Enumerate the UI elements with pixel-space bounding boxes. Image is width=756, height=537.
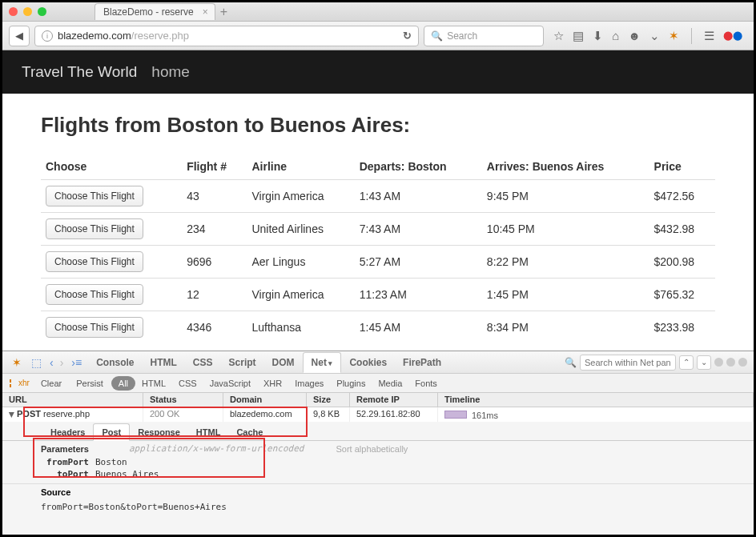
choose-flight-button[interactable]: Choose This Flight — [46, 186, 143, 206]
col-domain[interactable]: Domain — [223, 393, 307, 407]
col-status[interactable]: Status — [143, 393, 223, 407]
tab-close-icon[interactable]: × — [203, 6, 208, 18]
face-icon[interactable]: ☻ — [628, 29, 641, 42]
cell-departs: 7:43 AM — [355, 213, 482, 246]
devtools-tab-firepath[interactable]: FirePath — [395, 353, 449, 372]
expand-icon[interactable]: ▶ — [8, 412, 16, 418]
param-value: Buenos Aires — [95, 469, 159, 479]
clear-button[interactable]: Clear — [34, 376, 68, 391]
source-value: fromPort=Boston&toPort=Buenos+Aires — [2, 500, 754, 514]
reload-icon[interactable]: ↻ — [403, 30, 412, 42]
devtools-tab-css[interactable]: CSS — [185, 353, 221, 372]
cell-arrives: 10:45 PM — [482, 213, 649, 246]
table-row: Choose This Flight 43 Virgin America 1:4… — [41, 180, 715, 213]
console-toggle-icon[interactable]: ›≡ — [68, 356, 85, 369]
cell-arrives: 8:34 PM — [482, 311, 649, 344]
search-prev-button[interactable]: ⌃ — [679, 355, 694, 370]
cell-departs: 1:45 AM — [355, 311, 482, 344]
inspector-icon[interactable]: ⬚ — [28, 356, 45, 369]
filter-all[interactable]: All — [111, 376, 135, 391]
browser-toolbar: ◀ i blazedemo.com/reserve.php ↻ 🔍 Search… — [2, 22, 754, 50]
detail-tab-response[interactable]: Response — [130, 424, 188, 440]
col-ip[interactable]: Remote IP — [350, 393, 438, 407]
filter-css[interactable]: CSS — [172, 376, 203, 391]
choose-flight-button[interactable]: Choose This Flight — [46, 284, 143, 305]
flights-table: Choose Flight # Airline Departs: Boston … — [41, 154, 715, 343]
filter-media[interactable]: Media — [372, 376, 408, 391]
panel-opt-icon[interactable] — [726, 358, 735, 367]
devtools-tab-html[interactable]: HTML — [143, 353, 185, 372]
filter-html[interactable]: HTML — [135, 376, 172, 391]
new-tab-button[interactable]: + — [220, 5, 227, 19]
search-bar[interactable]: 🔍 Search — [424, 26, 544, 46]
traffic-lights — [9, 7, 46, 16]
downloads-icon[interactable]: ⬇ — [593, 29, 603, 43]
col-size[interactable]: Size — [307, 393, 350, 407]
back-button[interactable]: ◀ — [9, 26, 30, 46]
mime-type: application/x-www-form-urlencoded — [129, 443, 304, 454]
choose-flight-button[interactable]: Choose This Flight — [46, 218, 143, 239]
cell-departs: 1:43 AM — [355, 180, 482, 213]
request-file: reserve.php — [43, 409, 90, 419]
cell-flight: 9696 — [182, 246, 247, 279]
browser-tab[interactable]: BlazeDemo - reserve × — [94, 3, 215, 20]
minimize-dot[interactable] — [23, 7, 32, 16]
detail-tab-headers[interactable]: Headers — [42, 424, 93, 440]
filter-javascript[interactable]: JavaScript — [203, 376, 257, 391]
pause-icon[interactable] — [9, 379, 12, 388]
home-icon[interactable]: ⌂ — [612, 29, 619, 42]
detail-tab-cache[interactable]: Cache — [228, 424, 271, 440]
filter-images[interactable]: Images — [288, 376, 330, 391]
firebug-icon[interactable]: ✶ — [9, 356, 25, 369]
history-fwd-icon: › — [58, 356, 66, 369]
filter-plugins[interactable]: Plugins — [330, 376, 372, 391]
th-arrives: Arrives: Buenos Aires — [482, 154, 649, 180]
toolbar-icons: ☆ ▤ ⬇ ⌂ ☻ ⌄ ✶ ☰ ⬤⬤ — [549, 28, 747, 44]
zoom-dot[interactable] — [38, 7, 46, 16]
table-row: Choose This Flight 9696 Aer Lingus 5:27 … — [41, 246, 715, 279]
sort-link[interactable]: Sort alphabetically — [336, 444, 408, 454]
col-timeline[interactable]: Timeline — [438, 393, 754, 407]
site-info-icon[interactable]: i — [42, 30, 53, 42]
bookmark-icon[interactable]: ☆ — [553, 29, 564, 43]
history-back-icon[interactable]: ‹ — [48, 356, 55, 369]
home-link[interactable]: home — [151, 63, 190, 81]
jmeter-icon[interactable]: ✶ — [669, 29, 679, 43]
th-airline: Airline — [247, 154, 354, 180]
detail-tab-html[interactable]: HTML — [188, 424, 229, 440]
devtools-search-input[interactable] — [580, 355, 676, 371]
brand-text[interactable]: Travel The World — [22, 63, 137, 81]
persist-button[interactable]: Persist — [70, 376, 110, 391]
detail-tab-post[interactable]: Post — [93, 423, 130, 441]
ext-icon[interactable]: ⬤⬤ — [723, 30, 742, 41]
size-text: 9,8 KB — [307, 407, 350, 422]
col-url[interactable]: URL — [2, 393, 143, 407]
cell-price: $233.98 — [649, 311, 715, 344]
devtools-tab-net[interactable]: Net — [303, 352, 342, 373]
th-departs: Departs: Boston — [355, 154, 482, 180]
choose-flight-button[interactable]: Choose This Flight — [46, 251, 143, 272]
devtools-tab-console[interactable]: Console — [88, 353, 142, 372]
cell-airline: United Airlines — [247, 213, 354, 246]
net-request-row[interactable]: ▶POST reserve.php 200 OK blazedemo.com 9… — [2, 407, 754, 422]
devtools-tab-cookies[interactable]: Cookies — [341, 353, 395, 372]
devtools-tab-dom[interactable]: DOM — [264, 353, 303, 372]
library-icon[interactable]: ▤ — [573, 29, 584, 43]
close-dot[interactable] — [9, 7, 18, 16]
panel-opt-icon[interactable] — [714, 358, 723, 367]
pocket-icon[interactable]: ⌄ — [649, 29, 660, 43]
filter-fonts[interactable]: Fonts — [408, 376, 444, 391]
panel-opt-icon[interactable] — [738, 358, 747, 367]
cell-flight: 4346 — [182, 311, 247, 344]
devtools-tab-script[interactable]: Script — [221, 353, 264, 372]
cell-airline: Lufthansa — [247, 311, 354, 344]
choose-flight-button[interactable]: Choose This Flight — [46, 317, 143, 338]
menu-icon[interactable]: ☰ — [704, 29, 714, 43]
search-next-button[interactable]: ⌄ — [697, 355, 711, 370]
url-bar[interactable]: i blazedemo.com/reserve.php ↻ — [34, 26, 419, 46]
cell-price: $472.56 — [649, 180, 715, 213]
cell-arrives: 9:45 PM — [482, 180, 649, 213]
param-row: toPortBuenos Aires — [2, 468, 754, 480]
cell-departs: 5:27 AM — [355, 246, 482, 279]
filter-xhr[interactable]: XHR — [257, 376, 288, 391]
